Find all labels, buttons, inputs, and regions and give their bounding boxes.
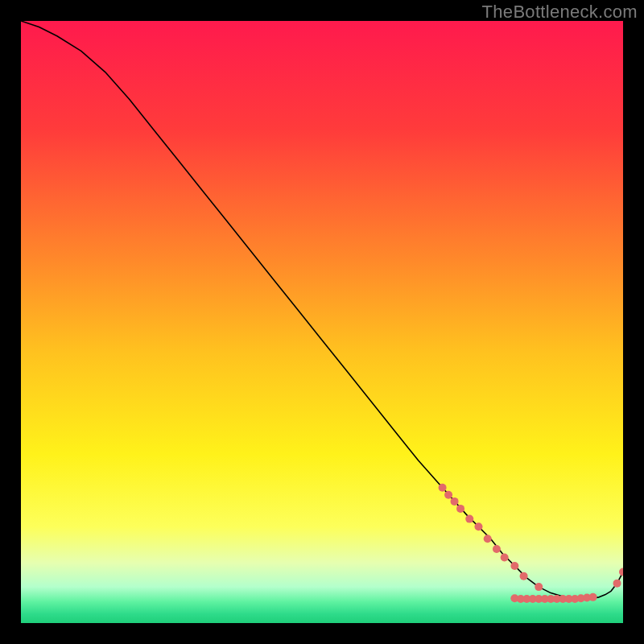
data-point-marker — [501, 553, 509, 561]
data-point-marker — [493, 545, 501, 553]
bottleneck-chart — [21, 21, 623, 623]
chart-container: TheBottleneck.com — [0, 0, 644, 644]
data-point-marker — [510, 562, 518, 570]
data-point-marker — [465, 515, 473, 523]
data-point-marker — [535, 583, 543, 591]
data-point-marker — [456, 505, 464, 513]
data-point-marker — [451, 497, 459, 506]
gradient-background — [21, 21, 623, 623]
data-point-marker — [520, 572, 528, 580]
watermark-text: TheBottleneck.com — [482, 2, 638, 23]
data-point-marker — [589, 593, 597, 601]
data-point-marker — [474, 522, 482, 530]
data-point-marker — [439, 484, 447, 492]
data-point-marker — [444, 491, 452, 499]
data-point-marker — [484, 535, 492, 543]
data-point-marker — [613, 580, 621, 588]
